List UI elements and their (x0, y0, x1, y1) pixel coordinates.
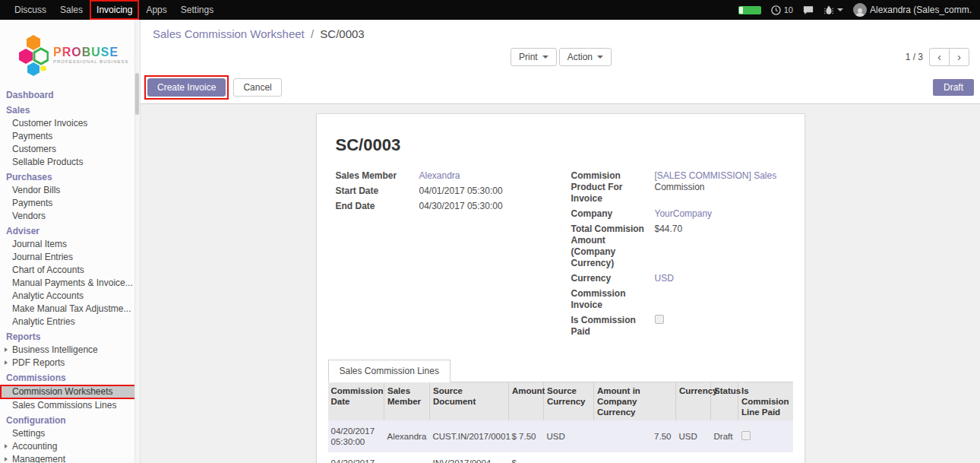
table-row[interactable]: 04/20/2017 05:30:00 Alexandra CUST.IN/20… (328, 420, 793, 452)
sidebar-item-customers[interactable]: Customers (0, 143, 140, 156)
print-dropdown-button[interactable]: Print (511, 48, 557, 66)
create-invoice-button[interactable]: Create Invoice (147, 78, 226, 97)
sidebar-heading-reports[interactable]: Reports (0, 328, 140, 344)
col-header-amount[interactable]: Amount (509, 382, 544, 420)
pager: 1 / 3 ‹ › (906, 48, 969, 66)
sidebar-item-vendors[interactable]: Vendors (0, 210, 140, 223)
logo-subtitle: PROFESSIONAL BUSINESS (53, 59, 128, 64)
sidebar-scrollbar-track (134, 20, 140, 463)
col-header-sales-member[interactable]: Sales Member (384, 382, 430, 420)
cell-doc: CUST.IN/2017/0001 (430, 420, 509, 452)
action-dropdown-button[interactable]: Action (559, 48, 612, 66)
tab-bar: Sales Commission Lines (328, 360, 793, 382)
breadcrumb-separator: / (311, 27, 314, 40)
activities-menu[interactable]: 10 (771, 5, 793, 15)
menu-discuss[interactable]: Discuss (8, 0, 53, 20)
sidebar-item-label: PDF Reports (12, 357, 65, 368)
topbar: Discuss Sales Invoicing Apps Settings 10 (0, 0, 980, 20)
pager-next-button[interactable]: › (949, 48, 969, 66)
col-header-amount-company-currency[interactable]: Amount in Company Currency (594, 382, 676, 420)
user-menu[interactable]: Alexandra (Sales_comm... (853, 3, 972, 17)
field-value-total-commission: $44.70 (655, 224, 786, 235)
sidebar-item-tax-adjustments[interactable]: Make Manual Tax Adjustme... (0, 303, 140, 316)
action-label: Action (567, 52, 593, 62)
planner-progress-icon[interactable] (738, 6, 761, 14)
table-header-row: Commission Date Sales Member Source Docu… (328, 382, 793, 420)
field-label-sales-member: Sales Member (336, 170, 419, 182)
table-row[interactable]: 04/20/2017 05:30:00 Alexandra INV/2017/0… (328, 452, 793, 463)
field-value-commission-product-link[interactable]: [SALES COMMISSION] Sales (655, 170, 777, 181)
sidebar-item-accounting[interactable]: Accounting (0, 440, 140, 453)
sidebar-item-customer-invoices[interactable]: Customer Invoices (0, 117, 140, 130)
caret-down-icon (837, 8, 843, 11)
cell-company-amount: 18.60 (594, 452, 676, 463)
caret-down-icon (597, 55, 603, 59)
sidebar-item-business-intelligence[interactable]: Business Intelligence (0, 344, 140, 357)
sidebar-heading-sales[interactable]: Sales (0, 102, 140, 117)
col-header-currency[interactable]: Currency (676, 382, 711, 420)
sidebar-item-sales-commissions-lines[interactable]: Sales Commissions Lines (0, 399, 140, 412)
sidebar-item-settings[interactable]: Settings (0, 427, 140, 440)
sidebar-item-label: Management (12, 454, 65, 463)
sidebar-item-analytic-accounts[interactable]: Analytic Accounts (0, 290, 140, 303)
sidebar-item-manual-payments[interactable]: Manual Payments & Invoice... (0, 277, 140, 290)
cell-amount: $ 7.50 (509, 420, 544, 452)
cell-currency: USD (676, 420, 711, 452)
sidebar-item-journal-items[interactable]: Journal Items (0, 238, 140, 251)
logo-hexagons-icon (18, 33, 49, 76)
notebook: Sales Commission Lines Commission Date (328, 360, 793, 463)
sidebar-heading-commissions[interactable]: Commissions (0, 369, 140, 385)
cell-amount: $ 18.60 (509, 452, 544, 463)
sidebar-item-commission-worksheets[interactable]: Commission Worksheets (0, 385, 140, 399)
field-value-sales-member[interactable]: Alexandra (419, 170, 550, 182)
sidebar-item-label: Business Intelligence (12, 344, 98, 355)
menu-sales[interactable]: Sales (53, 0, 90, 20)
field-label-company: Company (571, 208, 655, 220)
chat-bubble-icon (803, 5, 814, 15)
field-value-company[interactable]: YourCompany (655, 208, 786, 220)
cancel-button[interactable]: Cancel (233, 78, 281, 97)
pager-previous-button[interactable]: ‹ (929, 48, 950, 66)
sidebar-heading-dashboard[interactable]: Dashboard (0, 87, 140, 102)
breadcrumb: Sales Commission Worksheet / SC/0003 (153, 27, 969, 40)
menu-invoicing[interactable]: Invoicing (90, 0, 139, 20)
logo-title: PROBUSE (53, 46, 128, 59)
col-header-commission-date[interactable]: Commission Date (328, 382, 384, 420)
content-area: SC/0003 Sales Member Alexandra Start Dat… (141, 104, 980, 463)
sidebar-item-payments[interactable]: Payments (0, 130, 140, 143)
tab-sales-commission-lines[interactable]: Sales Commission Lines (328, 360, 450, 382)
sidebar-item-chart-of-accounts[interactable]: Chart of Accounts (0, 264, 140, 277)
field-label-currency: Currency (571, 273, 655, 284)
sidebar-scrollbar-thumb[interactable] (135, 73, 139, 115)
col-header-is-commission-line-paid[interactable]: Is Commision Line Paid (738, 382, 793, 420)
sidebar-item-purchase-payments[interactable]: Payments (0, 197, 140, 210)
cell-member: Alexandra (384, 452, 430, 463)
field-value-currency[interactable]: USD (655, 273, 786, 284)
sidebar-item-analytic-entries[interactable]: Analytic Entries (0, 316, 140, 328)
cell-source-currency: USD (544, 452, 594, 463)
menu-settings[interactable]: Settings (174, 0, 220, 20)
breadcrumb-parent-link[interactable]: Sales Commission Worksheet (153, 27, 305, 40)
field-value-start-date: 04/01/2017 05:30:00 (419, 186, 550, 197)
sidebar-heading-purchases[interactable]: Purchases (0, 169, 140, 184)
sidebar-item-vendor-bills[interactable]: Vendor Bills (0, 184, 140, 197)
field-label-total-commission: Total Commision Amount (Company Currency… (571, 224, 655, 269)
menu-apps[interactable]: Apps (139, 0, 173, 20)
sidebar-item-sellable-products[interactable]: Sellable Products (0, 156, 140, 169)
sidebar-heading-configuration[interactable]: Configuration (0, 412, 140, 427)
app-window: Discuss Sales Invoicing Apps Settings 10 (0, 0, 980, 463)
cell-source-currency: USD (544, 420, 594, 452)
col-header-source-document[interactable]: Source Document (430, 382, 509, 420)
col-header-source-currency[interactable]: Source Currency (544, 382, 594, 420)
sidebar-heading-adviser[interactable]: Adviser (0, 223, 140, 238)
statusbar: Create Invoice Cancel Draft (141, 72, 980, 104)
col-header-status[interactable]: Status (711, 382, 738, 420)
pager-counter: 1 / 3 (906, 52, 923, 62)
systray: 10 Alexandra (Sales_comm... (738, 0, 980, 20)
sidebar-item-management[interactable]: Management (0, 453, 140, 463)
sidebar-item-pdf-reports[interactable]: PDF Reports (0, 357, 140, 369)
messages-menu[interactable] (803, 5, 814, 15)
cell-doc: INV/2017/0004-SO008 (430, 452, 509, 463)
debug-menu[interactable] (824, 5, 843, 15)
sidebar-item-journal-entries[interactable]: Journal Entries (0, 251, 140, 264)
